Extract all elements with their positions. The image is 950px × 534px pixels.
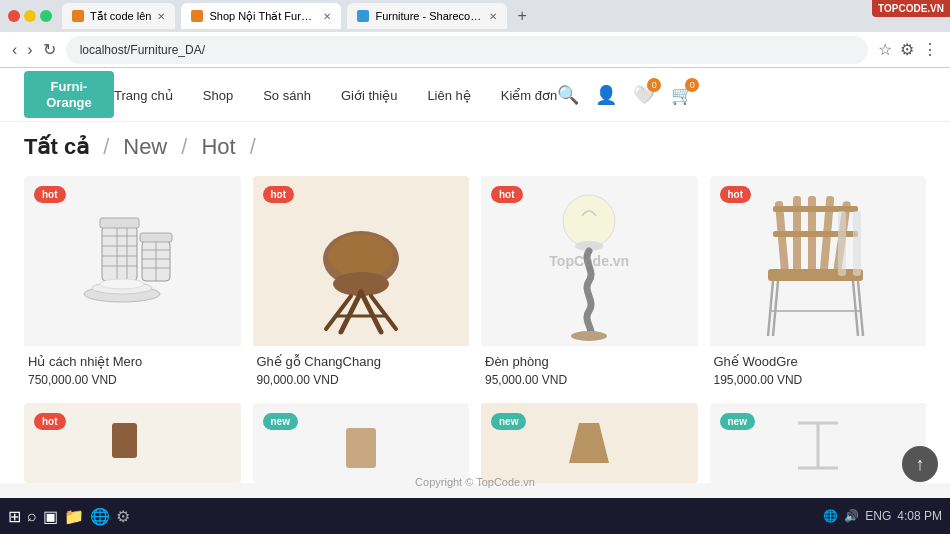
hot-badge-p3: hot [491,186,523,203]
hot-badge-p4: hot [720,186,752,203]
network-icon: 🌐 [823,509,838,523]
clock: 4:08 PM [897,509,942,523]
svg-rect-43 [112,423,137,458]
product-card-pb4[interactable]: new [710,403,927,483]
site-logo[interactable]: Furni- Orange [24,71,114,118]
product-card-pb3[interactable]: new [481,403,698,483]
product-svg-pb4 [788,413,848,473]
wishlist-icon[interactable]: 🤍 0 [633,84,655,106]
svg-rect-42 [853,211,861,276]
svg-line-39 [853,281,858,336]
tab-code[interactable]: Tắt code lên ✕ [62,3,175,29]
nav-home[interactable]: Trang chủ [114,88,173,103]
tab-shop[interactable]: Shop Nội Thất Furni-Orange ✕ [181,3,341,29]
product-image-p4: hot [710,176,927,346]
topcode-brand: TOPCODE.VN [872,0,950,17]
scroll-top-button[interactable]: ↑ [902,446,938,482]
filter-all[interactable]: Tất cả [24,134,89,160]
browser-icon[interactable]: 🌐 [90,507,110,526]
filter-hot[interactable]: Hot [201,134,235,160]
product-info-p1: Hủ cách nhiệt Mero 750,000.00 VND [24,346,241,391]
tab-label-shop: Shop Nội Thất Furni-Orange [209,10,317,23]
product-image-pb4: new [710,403,927,483]
maximize-button[interactable] [40,10,52,22]
file-explorer-icon[interactable]: 📁 [64,507,84,526]
nav-compare[interactable]: So sánh [263,88,311,103]
nav-orders[interactable]: Kiểm đơn [501,88,557,103]
new-tab-button[interactable]: + [513,5,530,27]
product-price-p1: 750,000.00 VND [28,373,237,387]
tab-icon-shop [191,10,203,22]
tab-close-code[interactable]: ✕ [157,11,165,22]
close-button[interactable] [8,10,20,22]
taskbar-right: 🌐 🔊 ENG 4:08 PM [823,509,942,523]
cart-icon[interactable]: 🛒 0 [671,84,693,106]
browser-window: Tắt code lên ✕ Shop Nội Thất Furni-Orang… [0,0,950,483]
product-info-p4: Ghế WoodGre 195,000.00 VND [710,346,927,391]
reload-button[interactable]: ↻ [43,40,56,59]
product-card-pb2[interactable]: new [253,403,470,483]
back-button[interactable]: ‹ [12,41,17,59]
start-icon[interactable]: ⊞ [8,507,21,526]
tab-close-shop[interactable]: ✕ [323,11,331,22]
url-bar[interactable]: localhost/Furniture_DA/ [66,36,868,64]
extensions-icon[interactable]: ⚙ [900,40,914,59]
settings-icon[interactable]: ⚙ [116,507,130,526]
svg-point-16 [100,279,144,289]
product-card-p4[interactable]: hot [710,176,927,391]
forward-button[interactable]: › [27,41,32,59]
svg-point-27 [571,331,607,341]
product-card-pb1[interactable]: hot [24,403,241,483]
wishlist-badge: 0 [647,78,661,92]
product-svg-p2 [296,184,426,339]
cart-badge: 0 [685,78,699,92]
account-icon[interactable]: 👤 [595,84,617,106]
search-icon[interactable]: 🔍 [557,84,579,106]
address-bar: ‹ › ↻ localhost/Furniture_DA/ ☆ ⚙ ⋮ [0,32,950,68]
minimize-button[interactable] [24,10,36,22]
filter-sep-1: / [103,134,109,160]
tab-bar: Tắt code lên ✕ Shop Nội Thất Furni-Orang… [0,0,950,32]
menu-icon[interactable]: ⋮ [922,40,938,59]
product-image-pb3: new [481,403,698,483]
svg-rect-44 [346,428,376,468]
product-card-p2[interactable]: hot [253,176,470,391]
product-card-p1[interactable]: hot [24,176,241,391]
header-icons: 🔍 👤 🤍 0 🛒 0 [557,84,693,106]
product-name-p3: Đèn phòng [485,354,694,369]
tab-label-code: Tắt code lên [90,10,151,23]
new-badge-pb2: new [263,413,298,430]
search-taskbar-icon[interactable]: ⌕ [27,507,37,525]
site-header: Furni- Orange Trang chủ Shop So sánh Giớ… [0,68,950,122]
filter-new[interactable]: New [123,134,167,160]
product-name-p4: Ghế WoodGre [714,354,923,369]
star-icon[interactable]: ☆ [878,40,892,59]
main-nav: Trang chủ Shop So sánh Giới thiệu Liên h… [114,86,557,104]
product-image-pb1: hot [24,403,241,483]
nav-shop[interactable]: Shop [203,88,233,103]
svg-line-38 [773,281,778,336]
svg-rect-7 [100,218,139,228]
product-grid-bottom: hot new new [0,403,950,483]
nav-contact[interactable]: Liên hệ [427,88,470,103]
logo-line2: Orange [36,95,102,111]
svg-rect-13 [140,233,172,242]
new-badge-pb3: new [491,413,526,430]
product-image-pb2: new [253,403,470,483]
svg-rect-35 [768,269,863,281]
tab-docs[interactable]: Furniture - Sharecode - Google ... ✕ [347,3,507,29]
product-price-p2: 90,000.00 VND [257,373,466,387]
volume-icon: 🔊 [844,509,859,523]
filter-sep-2: / [181,134,187,160]
filter-sep-3: / [250,134,256,160]
product-info-p3: Đèn phòng 95,000.00 VND [481,346,698,391]
tab-close-docs[interactable]: ✕ [489,11,497,22]
product-image-p2: hot [253,176,470,346]
product-price-p4: 195,000.00 VND [714,373,923,387]
product-svg-pb1 [102,413,162,473]
hot-badge-p1: hot [34,186,66,203]
product-card-p3[interactable]: hot TopCode.vn Đèn phòn [481,176,698,391]
task-view-icon[interactable]: ▣ [43,507,58,526]
nav-about[interactable]: Giới thiệu [341,88,397,103]
product-svg-p3 [544,181,634,341]
